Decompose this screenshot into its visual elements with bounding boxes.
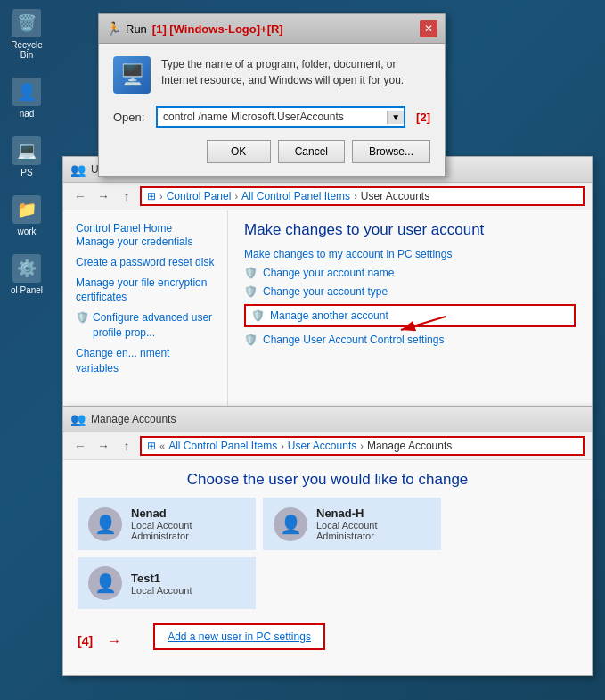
user-accounts-window: 👥 User Accounts ← → ↑ ⊞ › Control Panel … <box>62 156 593 408</box>
manage-breadcrumb-item1[interactable]: All Control Panel Items <box>168 440 277 452</box>
manage-nav-up-button[interactable]: ↑ <box>117 436 136 456</box>
nav-up-button[interactable]: ↑ <box>117 186 136 206</box>
run-input-num-label: [2] <box>416 111 430 124</box>
manage-title-icon: 👥 <box>70 412 86 426</box>
account-type-nenad: Local Account <box>131 520 192 531</box>
avatar-nenad-h: 👤 <box>274 507 307 541</box>
account-name-nenad-h: Nenad-H <box>316 506 378 520</box>
run-open-row: Open: ▼ [2] <box>113 106 430 128</box>
run-close-button[interactable]: ✕ <box>420 20 437 37</box>
manage-accounts-titlebar: 👥 Manage Accounts <box>63 407 592 432</box>
run-dropdown-btn[interactable]: ▼ <box>387 111 404 124</box>
run-cancel-button[interactable]: Cancel <box>278 140 345 163</box>
advanced-profile-link-wrapper[interactable]: 🛡️ Configure advanced user profile prop.… <box>76 310 215 341</box>
shield-icon-3: 🛡️ <box>244 285 258 298</box>
file-encryption-link[interactable]: Manage your file encryption certificates <box>76 276 215 306</box>
run-open-label: Open: <box>113 111 149 124</box>
account-info-test1: Test1 Local Account <box>131 572 192 596</box>
avatar-nenad: 👤 <box>88 507 122 541</box>
user-accounts-breadcrumb: ⊞ › Control Panel › All Control Panel It… <box>140 186 585 206</box>
manage-accounts-window: 👥 Manage Accounts ← → ↑ ⊞ « All Control … <box>62 406 593 676</box>
account-type-nenad-h: Local Account <box>316 520 378 531</box>
account-card-nenad-h[interactable]: 👤 Nenad-H Local Account Administrator <box>263 498 441 550</box>
window-title-icon: 👥 <box>70 162 86 177</box>
breadcrumb-item1[interactable]: Control Panel <box>167 190 232 202</box>
run-dialog-titlebar: 🏃 Run [1] [Windows-Logo]+[R] ✕ <box>99 14 445 44</box>
account-role-nenad-h: Administrator <box>316 531 378 541</box>
run-ok-button[interactable]: OK <box>207 140 271 163</box>
breadcrumb-item3: User Accounts <box>361 190 429 202</box>
account-info-nenad-h: Nenad-H Local Account Administrator <box>316 506 378 541</box>
run-description: 🖥️ Type the name of a program, folder, d… <box>113 56 430 94</box>
run-dialog: 🏃 Run [1] [Windows-Logo]+[R] ✕ 🖥️ Type t… <box>98 13 446 177</box>
account-card-nenad[interactable]: 👤 Nenad Local Account Administrator <box>78 498 256 550</box>
run-title-icon: 🏃 <box>106 21 120 36</box>
pc-icon[interactable]: 💻 PS <box>12 136 41 177</box>
folder-icon[interactable]: 📁 work <box>12 195 41 236</box>
avatar-test1: 👤 <box>88 566 122 600</box>
manage-credentials-link[interactable]: Manage your credentials <box>76 235 215 250</box>
control-panel-home-link[interactable]: Control Panel Home <box>76 222 172 235</box>
change-type-item[interactable]: 🛡️ Change your account type <box>244 285 576 298</box>
manage-nav-forward-button[interactable]: → <box>94 436 113 456</box>
manage-breadcrumb-item3: Manage Accounts <box>367 440 452 452</box>
account-info-nenad: Nenad Local Account Administrator <box>131 506 192 541</box>
run-title-text: Run <box>126 22 147 36</box>
manage-nav-back-button[interactable]: ← <box>70 436 90 456</box>
manage-breadcrumb-item2[interactable]: User Accounts <box>288 440 356 452</box>
run-input[interactable] <box>156 106 405 128</box>
manage-breadcrumb-home: ⊞ <box>147 440 156 452</box>
manage-another-account-item[interactable]: 🛡️ Manage another account <box>244 304 576 327</box>
shield-icon-5: 🛡️ <box>244 334 258 346</box>
user-icon[interactable]: 👤 nad <box>12 78 41 119</box>
advanced-profile-link[interactable]: Configure advanced user profile prop... <box>93 310 215 341</box>
account-card-test1[interactable]: 👤 Test1 Local Account <box>78 557 256 609</box>
run-shortcut-label: [1] [Windows-Logo]+[R] <box>152 22 283 36</box>
run-browse-button[interactable]: Browse... <box>352 140 430 163</box>
right-panel-title: Make changes to your user account <box>244 221 576 239</box>
manage-accounts-body: Choose the user you would like to change… <box>63 460 592 675</box>
shield-icon-4: 🛡️ <box>251 309 265 322</box>
recycle-bin-icon[interactable]: 🗑️ Recycle Bin <box>4 9 49 60</box>
add-user-button[interactable]: Add a new user in PC settings <box>153 623 325 650</box>
desktop: 🗑️ Recycle Bin 👤 nad 💻 PS 📁 work ⚙️ ol P… <box>0 0 605 700</box>
run-dialog-body: 🖥️ Type the name of a program, folder, d… <box>99 44 445 176</box>
account-role-nenad: Administrator <box>131 531 192 541</box>
account-type-test1: Local Account <box>131 585 192 596</box>
run-input-wrapper: ▼ <box>156 106 405 128</box>
pc-settings-link[interactable]: Make changes to my account in PC setting… <box>244 248 576 260</box>
user-accounts-left-panel: Control Panel Home Manage your credentia… <box>63 210 228 407</box>
account-name-test1: Test1 <box>131 572 192 585</box>
breadcrumb-home-icon: ⊞ <box>147 190 156 202</box>
run-title-area: 🏃 Run [1] [Windows-Logo]+[R] <box>106 21 283 36</box>
user-accounts-right-panel: Make changes to your user account Make c… <box>228 210 592 407</box>
annotation-4: [4] <box>78 634 93 648</box>
shield-icon-2: 🛡️ <box>244 267 258 279</box>
desktop-icons: 🗑️ Recycle Bin 👤 nad 💻 PS 📁 work ⚙️ ol P… <box>0 0 53 304</box>
run-buttons: OK Cancel Browse... <box>113 140 430 163</box>
accounts-grid: 👤 Nenad Local Account Administrator 👤 Ne… <box>63 498 592 620</box>
arrow-right-indicator: → <box>107 633 121 649</box>
nav-back-button[interactable]: ← <box>70 186 90 206</box>
control-panel-icon[interactable]: ⚙️ ol Panel <box>11 254 43 295</box>
uac-settings-item[interactable]: 🛡️ Change User Account Control settings <box>244 334 576 346</box>
shield-icon-1: 🛡️ <box>76 311 89 324</box>
run-desc-text: Type the name of a program, folder, docu… <box>161 56 430 88</box>
change-name-item[interactable]: 🛡️ Change your account name <box>244 267 576 279</box>
password-reset-link[interactable]: Create a password reset disk <box>76 255 215 270</box>
manage-accounts-window-title: Manage Accounts <box>91 413 176 425</box>
add-user-row: [4] → Add a new user in PC settings <box>63 620 592 675</box>
run-large-icon: 🖥️ <box>113 56 151 94</box>
nav-forward-button[interactable]: → <box>94 186 113 206</box>
breadcrumb-item2[interactable]: All Control Panel Items <box>241 190 350 202</box>
manage-main-title: Choose the user you would like to change <box>63 460 592 498</box>
user-accounts-nav-bar: ← → ↑ ⊞ › Control Panel › All Control Pa… <box>63 183 592 210</box>
env-variables-link[interactable]: Change en... nment variables <box>76 346 215 376</box>
user-accounts-content: Control Panel Home Manage your credentia… <box>63 210 592 407</box>
account-name-nenad: Nenad <box>131 506 192 520</box>
manage-accounts-nav-bar: ← → ↑ ⊞ « All Control Panel Items › User… <box>63 432 592 460</box>
manage-accounts-breadcrumb: ⊞ « All Control Panel Items › User Accou… <box>140 436 585 456</box>
